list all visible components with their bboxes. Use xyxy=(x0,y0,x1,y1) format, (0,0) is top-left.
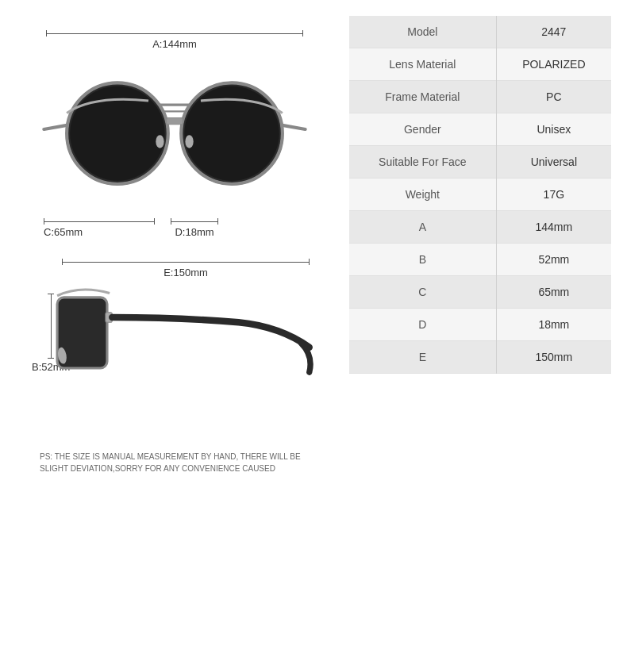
table-row: Frame MaterialPC xyxy=(349,81,611,113)
right-panel: Model2447Lens MaterialPOLARIZEDFrame Mat… xyxy=(349,16,611,656)
spec-label: C xyxy=(349,276,496,309)
spec-value: 17G xyxy=(496,179,611,211)
dimension-c-label: C:65mm xyxy=(44,226,83,238)
spec-value: Universal xyxy=(496,146,611,179)
svg-rect-8 xyxy=(167,118,183,125)
table-row: GenderUnisex xyxy=(349,113,611,146)
table-row: E150mm xyxy=(349,341,611,374)
table-row: C65mm xyxy=(349,276,611,309)
spec-value: 52mm xyxy=(496,244,611,276)
spec-value: 65mm xyxy=(496,276,611,309)
dimension-cd-container: C:65mm xyxy=(44,218,155,238)
svg-point-11 xyxy=(156,135,163,148)
left-panel: A:144mm xyxy=(16,16,333,656)
spec-value: 18mm xyxy=(496,309,611,341)
spec-value: Unisex xyxy=(496,113,611,146)
spec-value: 150mm xyxy=(496,341,611,374)
svg-line-10 xyxy=(283,125,306,129)
glasses-side-view xyxy=(56,278,314,409)
spec-value: POLARIZED xyxy=(496,48,611,81)
spec-label: A xyxy=(349,211,496,244)
table-row: D18mm xyxy=(349,309,611,341)
dimension-d-container: D:18mm xyxy=(171,218,218,238)
table-row: B52mm xyxy=(349,244,611,276)
spec-label: Lens Material xyxy=(349,48,496,81)
dimension-e-container: E:150mm xyxy=(62,259,310,278)
ps-note-container: PS: THE SIZE IS MANUAL MEASUREMENT BY HA… xyxy=(32,444,317,474)
dimension-a-container: A:144mm xyxy=(46,30,303,50)
spec-label: Model xyxy=(349,16,496,48)
spec-label: B xyxy=(349,244,496,276)
spec-label: Gender xyxy=(349,113,496,146)
table-row: Model2447 xyxy=(349,16,611,48)
spec-label: Suitable For Face xyxy=(349,146,496,179)
side-view-diagram: E:150mm B:52mm xyxy=(32,254,317,436)
main-container: A:144mm xyxy=(0,0,627,672)
svg-point-12 xyxy=(185,135,193,148)
spec-label: Weight xyxy=(349,179,496,211)
table-row: Suitable For FaceUniversal xyxy=(349,146,611,179)
spec-label: Frame Material xyxy=(349,81,496,113)
spec-label: D xyxy=(349,309,496,341)
dimension-a-label: A:144mm xyxy=(46,38,303,50)
glasses-front-view xyxy=(36,54,314,205)
table-row: A144mm xyxy=(349,211,611,244)
spec-value: 2447 xyxy=(496,16,611,48)
ps-note: PS: THE SIZE IS MANUAL MEASUREMENT BY HA… xyxy=(40,451,310,474)
spec-value: 144mm xyxy=(496,211,611,244)
table-row: Lens MaterialPOLARIZED xyxy=(349,48,611,81)
svg-line-9 xyxy=(44,125,67,129)
table-row: Weight17G xyxy=(349,179,611,211)
spec-value: PC xyxy=(496,81,611,113)
spec-table: Model2447Lens MaterialPOLARIZEDFrame Mat… xyxy=(349,16,611,374)
dimension-d-label: D:18mm xyxy=(171,226,218,238)
spec-label: E xyxy=(349,341,496,374)
top-view-diagram: A:144mm xyxy=(32,24,317,246)
dimension-e-label: E:150mm xyxy=(62,267,310,278)
